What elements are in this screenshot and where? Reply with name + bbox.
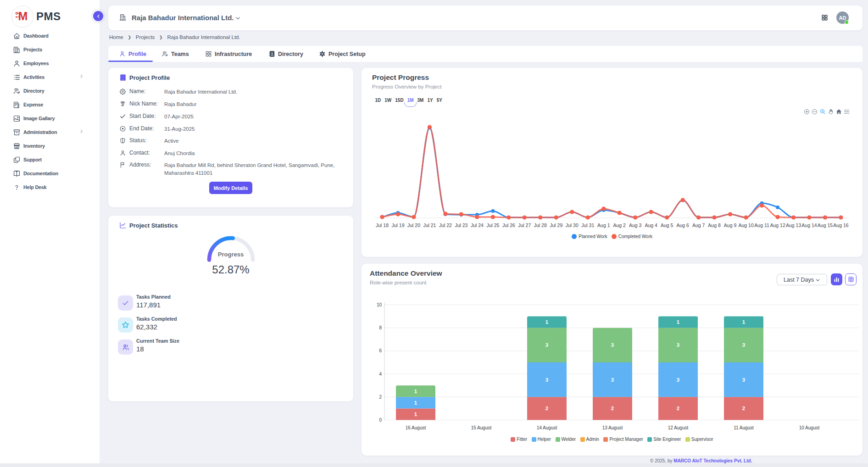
svg-text:Jul 26: Jul 26 xyxy=(502,222,515,228)
svg-text:15 August: 15 August xyxy=(471,425,492,430)
svg-text:3: 3 xyxy=(545,377,548,383)
svg-text:Aug 1: Aug 1 xyxy=(597,222,610,228)
svg-text:3: 3 xyxy=(611,342,614,348)
svg-text:Aug 9: Aug 9 xyxy=(724,222,737,228)
svg-text:11 August: 11 August xyxy=(734,425,754,430)
svg-text:6: 6 xyxy=(379,348,382,353)
svg-text:Aug 2: Aug 2 xyxy=(613,222,626,228)
svg-text:Aug 16: Aug 16 xyxy=(833,222,848,228)
svg-text:Aug 4: Aug 4 xyxy=(645,222,657,228)
svg-text:8: 8 xyxy=(379,325,382,330)
svg-text:Jul 28: Jul 28 xyxy=(534,222,547,228)
svg-text:10: 10 xyxy=(377,302,382,307)
svg-text:Jul 19: Jul 19 xyxy=(391,222,404,228)
svg-text:3: 3 xyxy=(545,342,548,348)
svg-text:Aug 12: Aug 12 xyxy=(770,222,785,228)
svg-text:Jul 21: Jul 21 xyxy=(423,222,436,228)
svg-text:3: 3 xyxy=(742,342,745,348)
svg-text:3: 3 xyxy=(677,377,679,383)
svg-text:Jul 18: Jul 18 xyxy=(376,222,389,228)
svg-text:3: 3 xyxy=(677,342,679,348)
svg-text:2: 2 xyxy=(611,406,614,411)
svg-text:Aug 13: Aug 13 xyxy=(786,222,801,228)
svg-text:Aug 15: Aug 15 xyxy=(818,222,833,228)
svg-text:2: 2 xyxy=(742,406,745,411)
svg-text:Jul 20: Jul 20 xyxy=(407,222,420,228)
svg-text:Aug 14: Aug 14 xyxy=(801,222,817,228)
svg-text:12 August: 12 August xyxy=(668,425,689,430)
svg-text:Aug 8: Aug 8 xyxy=(708,222,721,228)
svg-text:Jul 25: Jul 25 xyxy=(486,222,499,228)
svg-text:0: 0 xyxy=(379,417,382,423)
svg-text:Jul 29: Jul 29 xyxy=(550,222,562,228)
svg-text:2: 2 xyxy=(677,406,679,411)
svg-text:Jul 24: Jul 24 xyxy=(471,222,484,228)
svg-text:Jul 30: Jul 30 xyxy=(566,222,579,228)
svg-text:Aug 5: Aug 5 xyxy=(661,222,673,228)
svg-text:1: 1 xyxy=(414,411,417,417)
svg-text:Aug 10: Aug 10 xyxy=(738,222,753,228)
svg-text:16 August: 16 August xyxy=(406,425,426,430)
svg-text:2: 2 xyxy=(379,395,382,400)
svg-text:3: 3 xyxy=(742,377,745,383)
svg-text:Aug 11: Aug 11 xyxy=(754,222,769,228)
svg-text:1: 1 xyxy=(742,319,746,325)
svg-text:1: 1 xyxy=(545,319,549,325)
svg-text:Aug 6: Aug 6 xyxy=(676,222,689,228)
svg-text:Aug 7: Aug 7 xyxy=(692,222,705,228)
svg-text:14 August: 14 August xyxy=(537,425,557,430)
svg-text:Aug 3: Aug 3 xyxy=(629,222,642,228)
svg-text:4: 4 xyxy=(379,372,382,377)
svg-text:Jul 23: Jul 23 xyxy=(455,222,467,228)
svg-text:2: 2 xyxy=(545,406,548,411)
svg-text:1: 1 xyxy=(414,389,417,394)
svg-text:M: M xyxy=(18,10,28,22)
svg-text:Jul 22: Jul 22 xyxy=(439,222,452,228)
svg-text:13 August: 13 August xyxy=(602,425,623,430)
svg-text:1: 1 xyxy=(414,400,417,406)
svg-text:10 August: 10 August xyxy=(799,425,820,430)
svg-text:1: 1 xyxy=(677,319,680,325)
svg-text:Jul 31: Jul 31 xyxy=(581,222,594,228)
svg-text:3: 3 xyxy=(611,377,614,383)
svg-text:Jul 27: Jul 27 xyxy=(518,222,531,228)
